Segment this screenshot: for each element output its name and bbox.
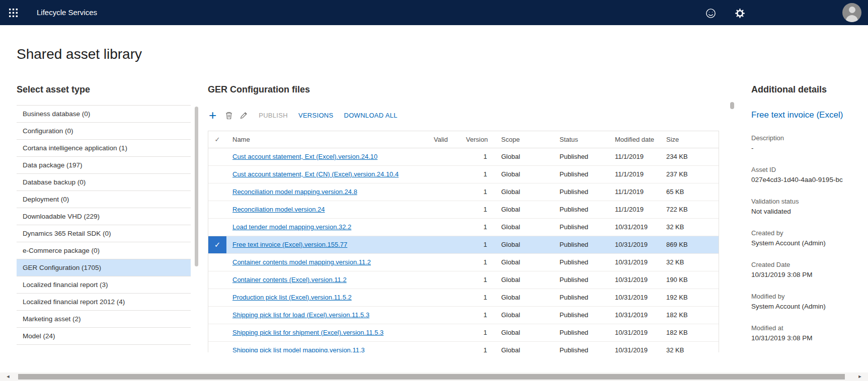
- table-row[interactable]: ✓Free text invoice (Excel).version.155.7…: [208, 236, 719, 253]
- file-name-link[interactable]: Container contents model mapping.version…: [232, 258, 371, 266]
- row-checkbox-cell[interactable]: ✓: [208, 236, 226, 253]
- files-heading: GER Configuration files: [208, 84, 719, 95]
- column-header-version[interactable]: Version: [460, 131, 495, 148]
- row-checkbox-cell[interactable]: [208, 165, 226, 183]
- asset-type-item[interactable]: Data package (197): [17, 157, 191, 174]
- file-name-link[interactable]: Cust account statement, Ext (CN) (Excel)…: [232, 170, 399, 178]
- file-name-link[interactable]: Reconciliation model.version.24: [232, 206, 325, 213]
- download-all-button[interactable]: DOWNLOAD ALL: [344, 112, 398, 119]
- row-checkbox-cell[interactable]: [208, 289, 226, 306]
- asset-type-item[interactable]: Model (24): [17, 328, 191, 345]
- asset-type-item[interactable]: e-Commerce package (0): [17, 242, 191, 259]
- size-cell: 192 KB: [660, 289, 719, 306]
- column-header-modified-date[interactable]: Modified date: [609, 131, 660, 148]
- asset-type-item[interactable]: Database backup (0): [17, 174, 191, 191]
- row-checkbox-cell[interactable]: [208, 271, 226, 289]
- file-name-link[interactable]: Shipping pick list for load (Excel).vers…: [232, 311, 369, 319]
- scope-cell: Global: [495, 183, 554, 201]
- table-row[interactable]: Cust account statement, Ext (CN) (Excel)…: [208, 165, 719, 183]
- size-cell: 182 KB: [660, 306, 719, 324]
- table-row[interactable]: Shipping pick list for load (Excel).vers…: [208, 306, 719, 324]
- file-table-container: ✓ Name Valid Version Scope Status Modifi…: [208, 131, 719, 352]
- column-header-name[interactable]: Name: [226, 131, 428, 148]
- asset-type-item[interactable]: Deployment (0): [17, 191, 191, 208]
- valid-cell: [428, 306, 460, 324]
- row-checkbox-cell[interactable]: [208, 306, 226, 324]
- scope-cell: Global: [495, 218, 554, 236]
- table-row[interactable]: Reconciliation model.version.241GlobalPu…: [208, 201, 719, 218]
- row-checkbox-cell[interactable]: [208, 148, 226, 165]
- table-row[interactable]: Shipping pick list for shipment (Excel).…: [208, 324, 719, 341]
- asset-type-item[interactable]: Configuration (0): [17, 123, 191, 140]
- app-launcher-button[interactable]: [0, 0, 26, 25]
- file-name-cell: Free text invoice (Excel).version.155.77: [226, 236, 428, 253]
- column-header-status[interactable]: Status: [554, 131, 609, 148]
- file-name-link[interactable]: Container contents (Excel).version.11.2: [232, 276, 347, 283]
- checked-icon[interactable]: ✓: [214, 240, 221, 249]
- table-row[interactable]: Shipping pick list model mapping.version…: [208, 341, 719, 352]
- row-checkbox-cell[interactable]: [208, 324, 226, 341]
- horizontal-scrollbar[interactable]: ◄ ►: [0, 372, 868, 381]
- version-cell: 1: [460, 271, 495, 289]
- column-header-valid[interactable]: Valid: [428, 131, 460, 148]
- publish-button[interactable]: PUBLISH: [259, 112, 288, 119]
- modified-date-cell: 11/1/2019: [609, 201, 660, 218]
- asset-list-scrollbar-thumb[interactable]: [195, 107, 198, 266]
- table-row[interactable]: Load tender model mapping.version.32.21G…: [208, 218, 719, 236]
- feedback-button[interactable]: [704, 7, 717, 20]
- asset-type-item[interactable]: Marketing asset (2): [17, 311, 191, 328]
- table-row[interactable]: Container contents (Excel).version.11.21…: [208, 271, 719, 289]
- file-name-link[interactable]: Load tender model mapping.version.32.2: [232, 223, 351, 231]
- row-checkbox-cell[interactable]: [208, 201, 226, 218]
- file-name-link[interactable]: Reconciliation model mapping.version.24.…: [232, 188, 357, 196]
- asset-type-item[interactable]: Localized financial report 2012 (4): [17, 294, 191, 311]
- asset-type-item[interactable]: Localized financial report (3): [17, 276, 191, 294]
- modified-date-cell: 10/31/2019: [609, 341, 660, 352]
- scroll-left-icon[interactable]: ◄: [0, 372, 16, 381]
- details-heading: Additional details: [751, 84, 868, 95]
- file-name-link[interactable]: Shipping pick list model mapping.version…: [232, 346, 365, 352]
- edit-icon[interactable]: [240, 111, 248, 120]
- row-checkbox-cell[interactable]: [208, 218, 226, 236]
- file-name-cell: Shipping pick list for load (Excel).vers…: [226, 306, 428, 324]
- version-cell: 1: [460, 236, 495, 253]
- column-header-size[interactable]: Size: [660, 131, 719, 148]
- file-name-link[interactable]: Free text invoice (Excel).version.155.77: [232, 241, 347, 248]
- add-icon[interactable]: +: [208, 109, 218, 121]
- delete-icon[interactable]: [225, 111, 233, 120]
- horizontal-scroll-track[interactable]: [16, 374, 852, 379]
- scope-cell: Global: [495, 165, 554, 183]
- version-cell: 1: [460, 253, 495, 271]
- file-name-link[interactable]: Shipping pick list for shipment (Excel).…: [232, 329, 383, 336]
- column-header-scope[interactable]: Scope: [495, 131, 554, 148]
- horizontal-scroll-thumb[interactable]: [18, 374, 845, 379]
- user-avatar[interactable]: [842, 3, 861, 22]
- table-row[interactable]: Reconciliation model mapping.version.24.…: [208, 183, 719, 201]
- select-all-checkbox[interactable]: ✓: [208, 131, 226, 148]
- table-row[interactable]: Cust account statement, Ext (Excel).vers…: [208, 148, 719, 165]
- selected-asset-link[interactable]: Free text invoice (Excel): [751, 110, 868, 120]
- asset-type-item[interactable]: Business database (0): [17, 106, 191, 123]
- row-checkbox-cell[interactable]: [208, 253, 226, 271]
- status-cell: Published: [554, 183, 609, 201]
- files-panel: GER Configuration files + PUBLISH VERSIO…: [208, 84, 719, 352]
- file-name-link[interactable]: Cust account statement, Ext (Excel).vers…: [232, 153, 377, 160]
- row-checkbox-cell[interactable]: [208, 183, 226, 201]
- table-row[interactable]: Container contents model mapping.version…: [208, 253, 719, 271]
- avatar-person-shoulders: [846, 15, 858, 22]
- file-name-cell: Reconciliation model mapping.version.24.…: [226, 183, 428, 201]
- size-cell: 182 KB: [660, 324, 719, 341]
- file-name-link[interactable]: Production pick list (Excel).version.11.…: [232, 294, 352, 301]
- content-scrollbar-thumb[interactable]: [730, 102, 734, 109]
- detail-field: Validation statusNot validated: [751, 198, 868, 215]
- versions-button[interactable]: VERSIONS: [298, 112, 334, 119]
- scroll-right-icon[interactable]: ►: [852, 372, 868, 381]
- file-name-cell: Load tender model mapping.version.32.2: [226, 218, 428, 236]
- settings-button[interactable]: [733, 7, 746, 20]
- asset-type-item[interactable]: GER Configuration (1705): [17, 259, 191, 276]
- asset-type-item[interactable]: Dynamics 365 Retail SDK (0): [17, 225, 191, 242]
- asset-type-item[interactable]: Downloadable VHD (229): [17, 208, 191, 225]
- row-checkbox-cell[interactable]: [208, 341, 226, 352]
- table-row[interactable]: Production pick list (Excel).version.11.…: [208, 289, 719, 306]
- asset-type-item[interactable]: Cortana intelligence application (1): [17, 140, 191, 157]
